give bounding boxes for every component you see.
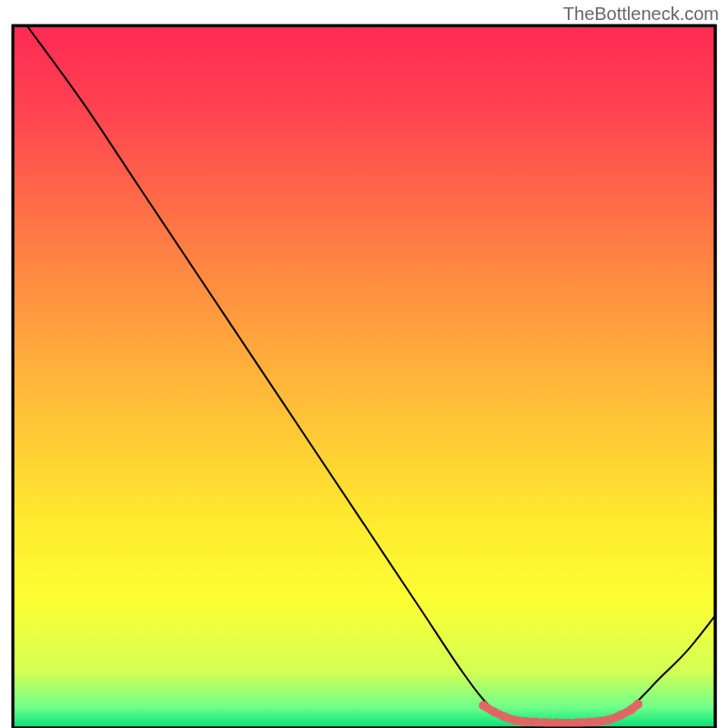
watermark-text: TheBottleneck.com bbox=[563, 4, 719, 25]
sweet-spot-dot bbox=[542, 718, 551, 727]
sweet-spot-dot bbox=[490, 707, 499, 716]
sweet-spot-dot bbox=[563, 718, 572, 727]
sweet-spot-dot bbox=[552, 718, 561, 727]
sweet-spot-dot bbox=[531, 718, 541, 727]
sweet-spot-dot bbox=[633, 700, 642, 709]
plot-background bbox=[13, 25, 715, 728]
bottleneck-chart bbox=[0, 0, 728, 728]
sweet-spot-dot bbox=[500, 713, 509, 722]
sweet-spot-dot bbox=[479, 701, 488, 710]
sweet-spot-dot bbox=[595, 717, 604, 726]
sweet-spot-dot bbox=[573, 718, 582, 727]
sweet-spot-dot bbox=[584, 718, 593, 727]
mask-left bbox=[0, 0, 12, 728]
sweet-spot-dot bbox=[521, 717, 531, 726]
sweet-spot-dot bbox=[616, 711, 625, 720]
sweet-spot-dot bbox=[511, 716, 520, 725]
sweet-spot-dot bbox=[605, 715, 614, 724]
